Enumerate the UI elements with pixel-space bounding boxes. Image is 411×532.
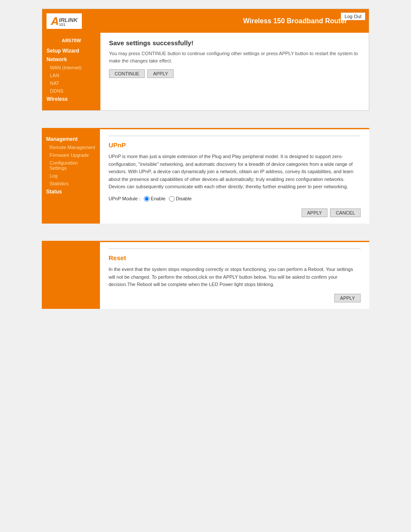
logo-101: 101 bbox=[59, 23, 78, 27]
upnp-enable-text: Enable bbox=[151, 196, 165, 201]
logo-a: A bbox=[51, 16, 59, 27]
model-label: AR570W bbox=[42, 36, 100, 47]
sidebar-item-statistics[interactable]: Statistics bbox=[42, 180, 100, 187]
upnp-apply-button[interactable]: APPLY bbox=[302, 208, 328, 217]
sidebar-top: AR570W Setup Wizard Network WAN (Interne… bbox=[42, 33, 100, 110]
upnp-sidebar: Management Remote Management Firmware Up… bbox=[42, 128, 100, 224]
router-body: AR570W Setup Wizard Network WAN (Interne… bbox=[42, 33, 369, 110]
save-success-text: You may press CONTINUE button to continu… bbox=[109, 50, 360, 64]
upnp-divider bbox=[109, 136, 361, 136]
upnp-module-row: UPnP Module : Enable Disable bbox=[109, 196, 361, 202]
upnp-enable-radio[interactable] bbox=[144, 196, 149, 202]
sidebar-item-log[interactable]: Log bbox=[42, 172, 100, 180]
upnp-module-label: UPnP Module : bbox=[109, 196, 140, 201]
sidebar-item-firmware[interactable]: Firmware Upgrade bbox=[42, 151, 100, 159]
upnp-enable-label[interactable]: Enable bbox=[144, 196, 165, 202]
reset-action-row: APPLY bbox=[109, 294, 361, 302]
sidebar-item-remote-mgmt[interactable]: Remote Management bbox=[42, 143, 100, 151]
upnp-description: UPnP is more than just a simple extensio… bbox=[109, 153, 361, 191]
sidebar-item-nat[interactable]: NAT bbox=[42, 79, 100, 87]
save-success-title: Save settings successfully! bbox=[109, 39, 360, 47]
header-title: Wireless 150 Broadband Router bbox=[243, 17, 347, 25]
sidebar-item-wireless[interactable]: Wireless bbox=[42, 95, 100, 103]
sidebar-item-ddns[interactable]: DDNS bbox=[42, 87, 100, 95]
save-settings-buttons: CONTINUE APPLY bbox=[109, 69, 360, 78]
sidebar-item-network[interactable]: Network bbox=[42, 55, 100, 64]
reset-apply-button[interactable]: APPLY bbox=[334, 294, 361, 302]
upnp-action-row: APPLY CANCEL bbox=[109, 208, 361, 217]
apply-button-top[interactable]: APPLY bbox=[147, 69, 174, 78]
sidebar-item-config-settings[interactable]: Configuration Settings bbox=[42, 159, 100, 172]
sidebar-item-management[interactable]: Management bbox=[42, 135, 100, 143]
save-settings-panel: A IRLINK 101 Log Out Wireless 150 Broadb… bbox=[42, 9, 369, 111]
upnp-disable-text: Disable bbox=[176, 196, 192, 201]
save-settings-content: Save settings successfully! You may pres… bbox=[100, 33, 369, 110]
upnp-cancel-button[interactable]: CANCEL bbox=[330, 208, 361, 217]
sidebar-item-wan[interactable]: WAN (Internet) bbox=[42, 64, 100, 72]
sidebar-item-setup-wizard[interactable]: Setup Wizard bbox=[42, 47, 100, 55]
reset-divider bbox=[109, 249, 361, 249]
upnp-panel: Management Remote Management Firmware Up… bbox=[42, 128, 369, 224]
sidebar-item-status[interactable]: Status bbox=[42, 187, 100, 196]
upnp-content: UPnP UPnP is more than just a simple ext… bbox=[100, 128, 369, 224]
continue-button[interactable]: CONTINUE bbox=[109, 69, 145, 78]
logo: A IRLINK 101 bbox=[47, 13, 82, 29]
router-header: A IRLINK 101 Log Out Wireless 150 Broadb… bbox=[42, 9, 369, 33]
sidebar-item-lan[interactable]: LAN bbox=[42, 72, 100, 79]
logo-irlink: IRLINK bbox=[59, 17, 78, 23]
upnp-title: UPnP bbox=[109, 141, 361, 149]
reset-sidebar bbox=[42, 241, 100, 309]
upnp-disable-radio[interactable] bbox=[169, 196, 174, 202]
reset-description: In the event that the system stops respo… bbox=[109, 266, 361, 289]
upnp-disable-label[interactable]: Disable bbox=[169, 196, 192, 202]
reset-content: Reset In the event that the system stops… bbox=[100, 241, 369, 309]
reset-panel: Reset In the event that the system stops… bbox=[42, 241, 369, 309]
reset-title: Reset bbox=[109, 254, 361, 261]
